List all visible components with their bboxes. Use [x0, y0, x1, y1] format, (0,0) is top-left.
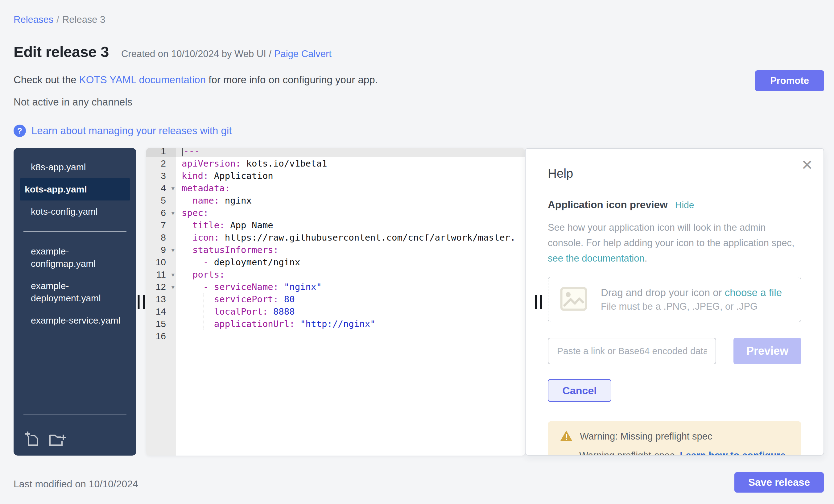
- sidebar-resize-handle[interactable]: [138, 295, 145, 309]
- code-line[interactable]: kind: Application: [176, 170, 525, 182]
- choose-file-link[interactable]: choose a file: [725, 287, 782, 298]
- icon-url-input[interactable]: [548, 338, 716, 364]
- editor-line: 1---: [146, 148, 525, 157]
- fold-arrow-icon[interactable]: ▾: [171, 247, 175, 253]
- code-line[interactable]: servicePort: 80: [176, 293, 525, 305]
- created-text: Created on 10/10/2024 by Web UI: [121, 48, 266, 59]
- editor-line: 6▾spec:: [146, 207, 525, 219]
- handle-bar: [540, 295, 542, 309]
- code-line[interactable]: - serviceName: "nginx": [176, 281, 525, 293]
- yaml-editor[interactable]: 1---2apiVersion: kots.io/v1beta13kind: A…: [146, 148, 525, 456]
- fold-arrow-icon[interactable]: ▾: [171, 210, 175, 216]
- file-item[interactable]: example-configmap.yaml: [20, 240, 130, 275]
- code-line[interactable]: [176, 330, 525, 342]
- dropzone-text: Drag and drop your icon or choose a file…: [601, 287, 782, 312]
- code-line[interactable]: ---: [176, 148, 525, 157]
- description-text: See how your application icon will look …: [548, 222, 794, 248]
- title-row: Edit release 3 Created on 10/10/2024 by …: [14, 43, 824, 61]
- close-icon[interactable]: ✕: [801, 158, 813, 172]
- author-link[interactable]: Paige Calvert: [274, 48, 332, 59]
- hide-link[interactable]: Hide: [675, 200, 694, 210]
- editor-line: 15 applicationUrl: "http://nginx": [146, 318, 525, 330]
- doc-info-prefix: Check out the: [14, 74, 79, 85]
- editor-lines: 1---2apiVersion: kots.io/v1beta13kind: A…: [146, 148, 525, 342]
- icon-dropzone[interactable]: Drag and drop your icon or choose a file…: [548, 277, 801, 322]
- line-number: 3: [146, 170, 176, 182]
- line-number: 11▾: [146, 268, 176, 281]
- handle-bar: [143, 295, 145, 309]
- breadcrumb: Releases/Release 3: [14, 14, 824, 25]
- file-item[interactable]: example-service.yaml: [20, 309, 130, 332]
- indent-guide: [203, 305, 204, 318]
- file-item[interactable]: kots-app.yaml: [20, 178, 130, 200]
- editor-line: 4▾metadata:: [146, 182, 525, 194]
- line-number: 7: [146, 219, 176, 231]
- handle-bar: [535, 295, 537, 309]
- image-placeholder-icon: [560, 287, 587, 312]
- code-line[interactable]: title: App Name: [176, 219, 525, 231]
- warning-triangle-icon: [560, 430, 572, 443]
- description-period: .: [644, 253, 648, 264]
- line-number: 14: [146, 305, 176, 318]
- line-number: 4▾: [146, 182, 176, 194]
- code-line[interactable]: - deployment/nginx: [176, 256, 525, 268]
- created-info: Created on 10/10/2024 by Web UI / Paige …: [121, 48, 332, 60]
- editor-line: 16: [146, 330, 525, 342]
- warning-detail-text: Warning preflight-spec.: [579, 450, 680, 456]
- code-line[interactable]: localPort: 8888: [176, 305, 525, 318]
- git-help-link[interactable]: Learn about managing your releases with …: [31, 125, 232, 137]
- editor-line: 12▾ - serviceName: "nginx": [146, 281, 525, 293]
- line-number: 16: [146, 330, 176, 342]
- code-line[interactable]: spec:: [176, 207, 525, 219]
- cancel-button[interactable]: Cancel: [548, 379, 611, 402]
- new-file-icon[interactable]: [25, 431, 40, 447]
- doc-info-row: Check out the KOTS YAML documentation fo…: [14, 74, 824, 86]
- fold-arrow-icon[interactable]: ▾: [171, 185, 175, 192]
- editor-line: 10 - deployment/nginx: [146, 256, 525, 268]
- code-line[interactable]: metadata:: [176, 182, 525, 194]
- code-line[interactable]: name: nginx: [176, 194, 525, 207]
- code-line[interactable]: statusInformers:: [176, 244, 525, 256]
- file-item[interactable]: k8s-app.yaml: [20, 156, 130, 178]
- help-resize-handle[interactable]: [535, 295, 542, 309]
- file-item[interactable]: example-deployment.yaml: [20, 275, 130, 309]
- save-release-button[interactable]: Save release: [734, 472, 824, 492]
- line-number: 6▾: [146, 207, 176, 219]
- icon-preview-section-header: Application icon preview Hide: [548, 199, 801, 211]
- warning-title: Warning: Missing preflight spec: [580, 431, 712, 442]
- preview-button[interactable]: Preview: [733, 338, 801, 364]
- fold-arrow-icon[interactable]: ▾: [171, 284, 175, 290]
- line-number: 8: [146, 231, 176, 244]
- code-line[interactable]: applicationUrl: "http://nginx": [176, 318, 525, 330]
- editor-line: 11▾ ports:: [146, 268, 525, 281]
- code-line[interactable]: icon: https://raw.githubusercontent.com/…: [176, 231, 525, 244]
- sidebar-spacer: [14, 332, 136, 406]
- git-help-row: ? Learn about managing your releases wit…: [14, 125, 824, 137]
- editor-line: 5 name: nginx: [146, 194, 525, 207]
- file-sidebar: k8s-app.yamlkots-app.yamlkots-config.yam…: [14, 148, 136, 456]
- editor-line: 3kind: Application: [146, 170, 525, 182]
- breadcrumb-separator: /: [57, 14, 59, 25]
- file-item[interactable]: kots-config.yaml: [20, 200, 130, 223]
- preflight-warning: Warning: Missing preflight spec Warning …: [548, 421, 801, 456]
- code-line[interactable]: apiVersion: kots.io/v1beta1: [176, 157, 525, 170]
- breadcrumb-releases-link[interactable]: Releases: [14, 14, 53, 25]
- editor-line: 8 icon: https://raw.githubusercontent.co…: [146, 231, 525, 244]
- kots-yaml-doc-link[interactable]: KOTS YAML documentation: [79, 74, 206, 85]
- see-documentation-link[interactable]: see the documentation: [548, 253, 644, 264]
- learn-configure-link[interactable]: Learn how to configure: [680, 450, 786, 456]
- line-number: 2: [146, 157, 176, 170]
- promote-button[interactable]: Promote: [755, 70, 824, 91]
- release-editor-page: Releases/Release 3 Edit release 3 Create…: [0, 0, 834, 504]
- help-panel: ✕ Help Application icon preview Hide See…: [525, 148, 824, 456]
- dropzone-prompt-text: Drag and drop your icon or: [601, 287, 725, 298]
- line-number: 5: [146, 194, 176, 207]
- new-folder-icon[interactable]: [49, 431, 67, 447]
- code-line[interactable]: ports:: [176, 268, 525, 281]
- fold-arrow-icon[interactable]: ▾: [171, 271, 175, 278]
- sidebar-actions: [14, 423, 136, 449]
- indent-guide: [203, 293, 204, 305]
- question-icon: ?: [14, 125, 26, 137]
- handle-bar: [138, 295, 140, 309]
- doc-info-suffix: for more info on configuring your app.: [206, 74, 378, 85]
